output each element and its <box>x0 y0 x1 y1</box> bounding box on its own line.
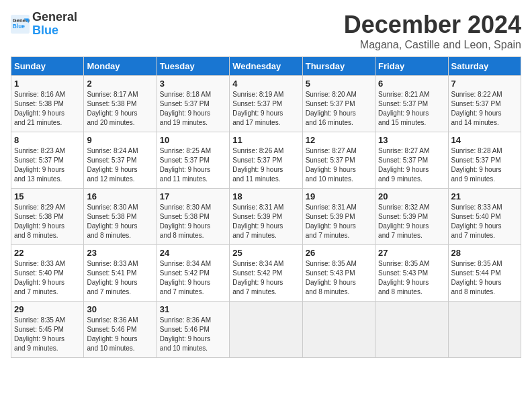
svg-text:Blue: Blue <box>13 23 25 30</box>
cell-info: Sunrise: 8:30 AM Sunset: 5:38 PM Dayligh… <box>160 203 226 240</box>
day-number: 6 <box>378 79 445 89</box>
day-number: 14 <box>451 135 518 145</box>
cell-info: Sunrise: 8:21 AM Sunset: 5:37 PM Dayligh… <box>378 90 445 128</box>
day-number: 30 <box>87 304 153 314</box>
calendar-week-row: 15Sunrise: 8:29 AM Sunset: 5:38 PM Dayli… <box>11 189 521 245</box>
cell-info: Sunrise: 8:31 AM Sunset: 5:39 PM Dayligh… <box>306 203 372 240</box>
calendar-cell: 5Sunrise: 8:20 AM Sunset: 5:37 PM Daylig… <box>302 76 375 132</box>
calendar-cell: 14Sunrise: 8:28 AM Sunset: 5:37 PM Dayli… <box>448 132 521 189</box>
day-number: 23 <box>87 248 153 258</box>
day-number: 4 <box>232 79 299 89</box>
cell-info: Sunrise: 8:27 AM Sunset: 5:37 PM Dayligh… <box>378 146 445 184</box>
location-title: Magana, Castille and Leon, Spain <box>344 39 521 51</box>
cell-info: Sunrise: 8:20 AM Sunset: 5:37 PM Dayligh… <box>306 90 372 128</box>
calendar-cell: 15Sunrise: 8:29 AM Sunset: 5:38 PM Dayli… <box>11 189 84 245</box>
calendar-cell: 10Sunrise: 8:25 AM Sunset: 5:37 PM Dayli… <box>157 132 229 189</box>
title-block: December 2024 Magana, Castille and Leon,… <box>344 11 521 51</box>
calendar-cell: 9Sunrise: 8:24 AM Sunset: 5:37 PM Daylig… <box>84 132 157 189</box>
cell-info: Sunrise: 8:33 AM Sunset: 5:40 PM Dayligh… <box>14 259 81 297</box>
calendar-cell: 12Sunrise: 8:27 AM Sunset: 5:37 PM Dayli… <box>302 132 375 189</box>
calendar-cell: 22Sunrise: 8:33 AM Sunset: 5:40 PM Dayli… <box>11 245 84 302</box>
calendar-cell: 25Sunrise: 8:34 AM Sunset: 5:42 PM Dayli… <box>230 245 302 302</box>
calendar-cell <box>448 302 521 358</box>
cell-info: Sunrise: 8:36 AM Sunset: 5:46 PM Dayligh… <box>160 316 226 353</box>
calendar-day-header: Thursday <box>302 57 375 76</box>
day-number: 10 <box>160 135 226 145</box>
calendar-cell: 2Sunrise: 8:17 AM Sunset: 5:38 PM Daylig… <box>84 76 157 132</box>
calendar-cell: 29Sunrise: 8:35 AM Sunset: 5:45 PM Dayli… <box>11 302 84 358</box>
calendar-cell: 31Sunrise: 8:36 AM Sunset: 5:46 PM Dayli… <box>157 302 229 358</box>
calendar-day-header: Saturday <box>448 57 521 76</box>
cell-info: Sunrise: 8:26 AM Sunset: 5:37 PM Dayligh… <box>232 146 299 184</box>
day-number: 21 <box>451 191 518 201</box>
calendar-cell: 11Sunrise: 8:26 AM Sunset: 5:37 PM Dayli… <box>230 132 302 189</box>
cell-info: Sunrise: 8:35 AM Sunset: 5:43 PM Dayligh… <box>378 259 445 297</box>
calendar-header-row: SundayMondayTuesdayWednesdayThursdayFrid… <box>11 57 521 76</box>
calendar-week-row: 22Sunrise: 8:33 AM Sunset: 5:40 PM Dayli… <box>11 245 521 302</box>
day-number: 25 <box>232 248 299 258</box>
calendar-week-row: 8Sunrise: 8:23 AM Sunset: 5:37 PM Daylig… <box>11 132 521 189</box>
cell-info: Sunrise: 8:35 AM Sunset: 5:43 PM Dayligh… <box>306 259 372 297</box>
day-number: 22 <box>14 248 81 258</box>
calendar-cell: 30Sunrise: 8:36 AM Sunset: 5:46 PM Dayli… <box>84 302 157 358</box>
calendar-table: SundayMondayTuesdayWednesdayThursdayFrid… <box>11 56 521 358</box>
day-number: 26 <box>306 248 372 258</box>
cell-info: Sunrise: 8:33 AM Sunset: 5:41 PM Dayligh… <box>87 259 153 297</box>
cell-info: Sunrise: 8:35 AM Sunset: 5:45 PM Dayligh… <box>14 316 81 353</box>
day-number: 3 <box>160 79 226 89</box>
calendar-cell: 23Sunrise: 8:33 AM Sunset: 5:41 PM Dayli… <box>84 245 157 302</box>
logo-icon: General Blue <box>11 15 30 34</box>
calendar-cell: 20Sunrise: 8:32 AM Sunset: 5:39 PM Dayli… <box>375 189 448 245</box>
day-number: 29 <box>14 304 81 314</box>
cell-info: Sunrise: 8:34 AM Sunset: 5:42 PM Dayligh… <box>232 259 299 297</box>
calendar-cell: 16Sunrise: 8:30 AM Sunset: 5:38 PM Dayli… <box>84 189 157 245</box>
calendar-cell: 6Sunrise: 8:21 AM Sunset: 5:37 PM Daylig… <box>375 76 448 132</box>
day-number: 2 <box>87 79 153 89</box>
calendar-cell: 18Sunrise: 8:31 AM Sunset: 5:39 PM Dayli… <box>230 189 302 245</box>
cell-info: Sunrise: 8:23 AM Sunset: 5:37 PM Dayligh… <box>14 146 81 184</box>
day-number: 7 <box>451 79 518 89</box>
calendar-cell: 8Sunrise: 8:23 AM Sunset: 5:37 PM Daylig… <box>11 132 84 189</box>
cell-info: Sunrise: 8:31 AM Sunset: 5:39 PM Dayligh… <box>232 203 299 240</box>
cell-info: Sunrise: 8:19 AM Sunset: 5:37 PM Dayligh… <box>232 90 299 128</box>
day-number: 8 <box>14 135 81 145</box>
calendar-cell: 26Sunrise: 8:35 AM Sunset: 5:43 PM Dayli… <box>302 245 375 302</box>
cell-info: Sunrise: 8:24 AM Sunset: 5:37 PM Dayligh… <box>87 146 153 184</box>
cell-info: Sunrise: 8:29 AM Sunset: 5:38 PM Dayligh… <box>14 203 81 240</box>
day-number: 17 <box>160 191 226 201</box>
day-number: 12 <box>306 135 372 145</box>
day-number: 18 <box>232 191 299 201</box>
calendar-cell <box>302 302 375 358</box>
cell-info: Sunrise: 8:33 AM Sunset: 5:40 PM Dayligh… <box>451 203 518 240</box>
day-number: 15 <box>14 191 81 201</box>
calendar-cell: 17Sunrise: 8:30 AM Sunset: 5:38 PM Dayli… <box>157 189 229 245</box>
calendar-cell: 4Sunrise: 8:19 AM Sunset: 5:37 PM Daylig… <box>230 76 302 132</box>
calendar-cell: 27Sunrise: 8:35 AM Sunset: 5:43 PM Dayli… <box>375 245 448 302</box>
day-number: 5 <box>306 79 372 89</box>
day-number: 24 <box>160 248 226 258</box>
day-number: 31 <box>160 304 226 314</box>
calendar-cell <box>375 302 448 358</box>
day-number: 1 <box>14 79 81 89</box>
calendar-cell: 3Sunrise: 8:18 AM Sunset: 5:37 PM Daylig… <box>157 76 229 132</box>
calendar-week-row: 1Sunrise: 8:16 AM Sunset: 5:38 PM Daylig… <box>11 76 521 132</box>
cell-info: Sunrise: 8:27 AM Sunset: 5:37 PM Dayligh… <box>306 146 372 184</box>
calendar-body: 1Sunrise: 8:16 AM Sunset: 5:38 PM Daylig… <box>11 76 521 358</box>
logo-text-line2: Blue <box>32 24 77 38</box>
page-header: General Blue General Blue December 2024 … <box>11 11 521 51</box>
cell-info: Sunrise: 8:34 AM Sunset: 5:42 PM Dayligh… <box>160 259 226 297</box>
calendar-cell: 28Sunrise: 8:35 AM Sunset: 5:44 PM Dayli… <box>448 245 521 302</box>
logo-text-line1: General <box>32 11 77 24</box>
calendar-day-header: Tuesday <box>157 57 229 76</box>
cell-info: Sunrise: 8:32 AM Sunset: 5:39 PM Dayligh… <box>378 203 445 240</box>
calendar-week-row: 29Sunrise: 8:35 AM Sunset: 5:45 PM Dayli… <box>11 302 521 358</box>
calendar-day-header: Monday <box>84 57 157 76</box>
cell-info: Sunrise: 8:28 AM Sunset: 5:37 PM Dayligh… <box>451 146 518 184</box>
logo: General Blue General Blue <box>11 11 77 38</box>
cell-info: Sunrise: 8:16 AM Sunset: 5:38 PM Dayligh… <box>14 90 81 128</box>
calendar-cell: 19Sunrise: 8:31 AM Sunset: 5:39 PM Dayli… <box>302 189 375 245</box>
cell-info: Sunrise: 8:22 AM Sunset: 5:37 PM Dayligh… <box>451 90 518 128</box>
cell-info: Sunrise: 8:30 AM Sunset: 5:38 PM Dayligh… <box>87 203 153 240</box>
cell-info: Sunrise: 8:17 AM Sunset: 5:38 PM Dayligh… <box>87 90 153 128</box>
calendar-cell: 21Sunrise: 8:33 AM Sunset: 5:40 PM Dayli… <box>448 189 521 245</box>
